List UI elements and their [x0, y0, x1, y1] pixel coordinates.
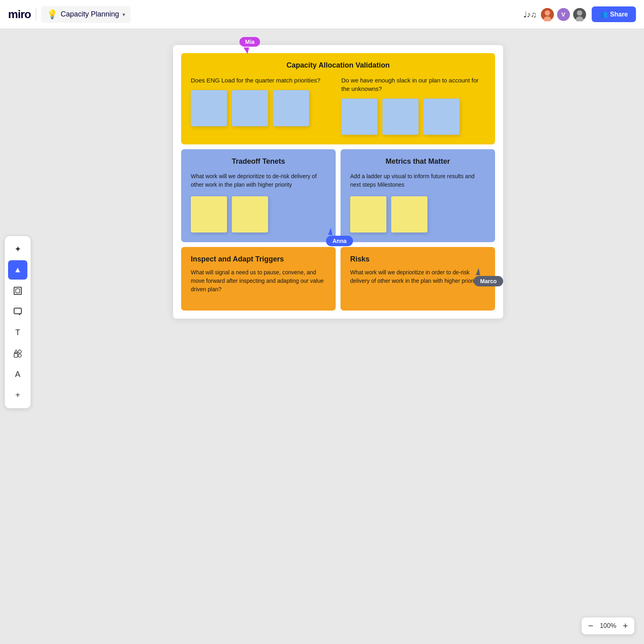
svg-rect-7 — [16, 289, 20, 293]
section-metrics: Metrics that Matter Add a ladder up visu… — [341, 149, 495, 242]
section-row-3: Inspect and Adapt Triggers What will sig… — [181, 247, 495, 311]
cursor-mia-arrow — [244, 47, 249, 54]
text-tool-button[interactable]: T — [8, 323, 27, 342]
svg-point-1 — [545, 10, 550, 15]
cursor-anna-label: Anna — [326, 236, 353, 246]
share-label: Share — [610, 11, 628, 18]
cursor-tool-button[interactable]: ▲ — [8, 260, 27, 280]
capacity-allocation-title: Capacity Allocation Validation — [191, 61, 485, 70]
svg-rect-8 — [14, 308, 21, 314]
zoom-level: 100% — [600, 622, 616, 630]
svg-point-11 — [18, 354, 21, 357]
inspect-body: What will signal a need us to pause, con… — [191, 268, 326, 294]
bulb-icon: 💡 — [47, 9, 58, 20]
header-divider — [36, 8, 36, 21]
left-toolbar: ✦ ▲ T A + — [5, 236, 31, 408]
sticky-note-blue-1 — [191, 90, 227, 126]
col1-question: Does ENG Load for the quarter match prio… — [191, 76, 335, 84]
miro-logo: miro — [8, 8, 31, 21]
avatar-user1 — [540, 7, 555, 22]
sticky-note-blue-3 — [273, 90, 309, 126]
chevron-down-icon: ▾ — [122, 11, 125, 18]
col2-stickies — [341, 99, 485, 135]
board-title-text: Capacity Planning — [61, 10, 119, 19]
svg-point-10 — [18, 350, 21, 353]
frames-tool-button[interactable] — [8, 281, 27, 300]
risks-title: Risks — [350, 255, 485, 263]
canvas-area: Mia Capacity Allocation Validation Does … — [0, 29, 644, 644]
sticky-note-blue-2 — [232, 90, 268, 126]
metrics-title: Metrics that Matter — [350, 157, 485, 166]
add-tool-button[interactable]: + — [8, 386, 27, 405]
avatar-user3 — [572, 7, 587, 22]
cursor-anna-arrow — [328, 228, 332, 235]
col-slack: Do we have enough slack in our plan to a… — [341, 76, 485, 135]
zoom-in-button[interactable]: + — [623, 621, 628, 630]
metrics-stickies — [350, 196, 485, 232]
sticky-tool-button[interactable] — [8, 302, 27, 321]
zoom-control: − 100% + — [582, 617, 634, 634]
music-note-icon: ♩♪♫ — [523, 10, 537, 19]
avatar-user2: V — [556, 7, 571, 22]
cursor-marco-label: Marco — [474, 276, 503, 286]
svg-rect-9 — [14, 354, 18, 357]
capacity-allocation-columns: Does ENG Load for the quarter match prio… — [191, 76, 485, 135]
tradeoff-title: Tradeoff Tenets — [191, 157, 326, 166]
col-eng-load: Does ENG Load for the quarter match prio… — [191, 76, 335, 135]
section-row-2: Tradeoff Tenets What work will we deprio… — [181, 149, 495, 242]
share-button[interactable]: 👥 Share — [592, 6, 636, 22]
svg-rect-6 — [14, 287, 21, 294]
header-left: miro 💡 Capacity Planning ▾ — [8, 6, 131, 23]
magic-tool-button[interactable]: ✦ — [8, 239, 27, 259]
tradeoff-stickies — [191, 196, 326, 232]
svg-point-4 — [577, 10, 582, 15]
cursor-mia: Mia — [239, 37, 260, 54]
sticky-note-blue-4 — [341, 99, 378, 135]
cursor-anna: Anna — [326, 228, 353, 246]
collab-icons: ♩♪♫ V — [523, 7, 587, 22]
shapes-tool-button[interactable] — [8, 344, 27, 363]
sticky-note-yellow-4 — [391, 196, 427, 232]
section-capacity-allocation: Capacity Allocation Validation Does ENG … — [181, 53, 495, 144]
sticky-note-blue-6 — [423, 99, 460, 135]
metrics-body: Add a ladder up visual to inform future … — [350, 172, 485, 189]
font-tool-button[interactable]: A — [8, 365, 27, 384]
sticky-note-yellow-2 — [232, 196, 268, 232]
zoom-out-button[interactable]: − — [588, 621, 593, 630]
col2-question: Do we have enough slack in our plan to a… — [341, 76, 485, 93]
header: miro 💡 Capacity Planning ▾ ♩♪♫ V 👥 Share — [0, 0, 644, 29]
header-right: ♩♪♫ V 👥 Share — [523, 6, 636, 22]
cursor-marco: Marco — [474, 268, 503, 286]
col1-stickies — [191, 90, 335, 126]
cursor-marco-arrow — [476, 268, 480, 275]
risks-body: What work will we deprioritize in order … — [350, 268, 485, 285]
board-title-button[interactable]: 💡 Capacity Planning ▾ — [41, 6, 131, 23]
sticky-note-blue-5 — [382, 99, 419, 135]
board: Mia Capacity Allocation Validation Does … — [173, 45, 503, 319]
section-inspect: Inspect and Adapt Triggers What will sig… — [181, 247, 336, 311]
tradeoff-body: What work will we deprioritize to de-ris… — [191, 172, 326, 189]
cursor-mia-label: Mia — [239, 37, 260, 47]
sticky-note-yellow-1 — [191, 196, 227, 232]
section-tradeoff: Tradeoff Tenets What work will we deprio… — [181, 149, 336, 242]
inspect-title: Inspect and Adapt Triggers — [191, 255, 326, 263]
sticky-note-yellow-3 — [350, 196, 386, 232]
section-risks: Risks What work will we deprioritize in … — [341, 247, 495, 311]
share-icon: 👥 — [600, 10, 608, 18]
